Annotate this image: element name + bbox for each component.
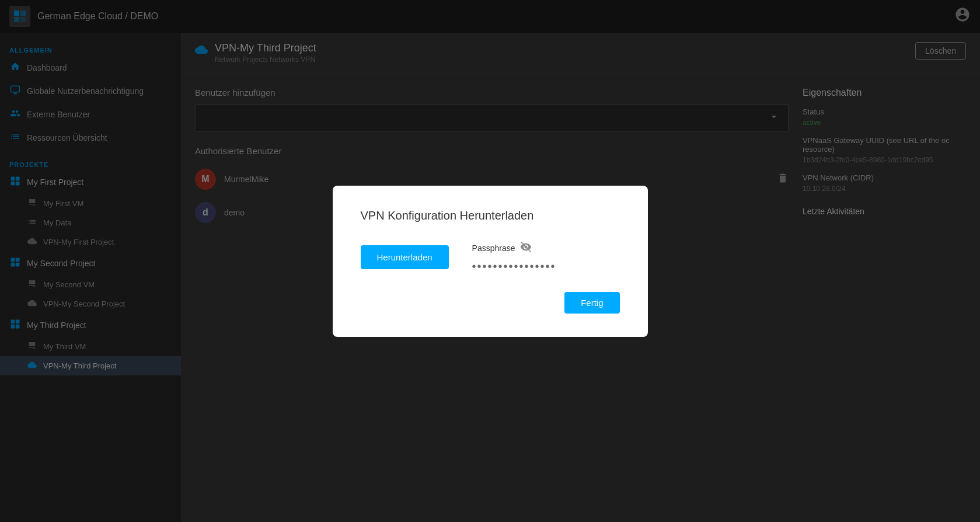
download-button[interactable]: Herunterladen: [361, 245, 449, 269]
modal-body: Herunterladen Passphrase •••••••••••••••…: [361, 241, 620, 273]
modal-footer: Fertig: [361, 292, 620, 314]
eye-icon[interactable]: [520, 241, 532, 255]
modal-title: VPN Konfiguration Herunterladen: [361, 209, 620, 222]
vpn-config-modal: VPN Konfiguration Herunterladen Herunter…: [333, 186, 648, 337]
passphrase-label-text: Passphrase: [472, 243, 515, 253]
passphrase-label-row: Passphrase: [472, 241, 620, 255]
modal-overlay[interactable]: VPN Konfiguration Herunterladen Herunter…: [0, 0, 980, 522]
passphrase-section: Passphrase ••••••••••••••••: [472, 241, 620, 273]
passphrase-dots: ••••••••••••••••: [472, 260, 620, 273]
done-button[interactable]: Fertig: [564, 292, 619, 314]
